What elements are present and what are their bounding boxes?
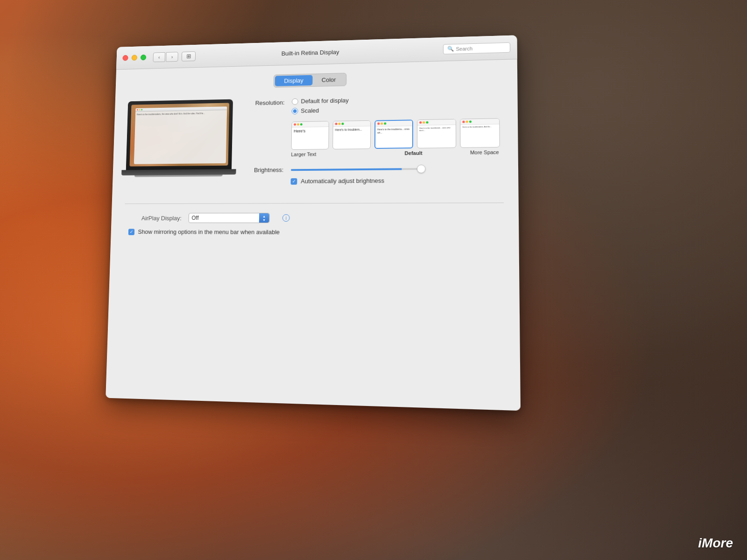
search-icon: 🔍 (447, 46, 454, 52)
resolution-options: Default for display Scaled (292, 97, 349, 114)
search-placeholder: Search (456, 46, 472, 52)
scale-label-larger: Larger Text (291, 151, 316, 157)
scale-thumb-larger-text[interactable]: Here's (291, 121, 329, 150)
thumb-content-more: Here's to the troublemakers. And the... (460, 124, 499, 130)
resolution-section: Resolution: Default for display Scaled (245, 94, 503, 158)
brightness-row: Brightness: (245, 164, 504, 174)
laptop-screen-window: Here's to the troublemakers, the ones wh… (134, 106, 227, 164)
resolution-label: Resolution: (246, 98, 284, 106)
scale-thumb-medium2[interactable]: Here's to the troublemak... ones who don… (417, 119, 456, 148)
mini-min-dot (139, 109, 141, 111)
brightness-slider[interactable] (291, 168, 422, 170)
radio-default-circle[interactable] (292, 98, 298, 105)
resolution-row: Resolution: Default for display Scaled (246, 94, 503, 115)
content-area: Display Color (106, 59, 521, 411)
divider (125, 203, 504, 204)
display-preferences-window: ‹ › ⊞ Built-in Retina Display 🔍 Search (106, 35, 521, 411)
thumb-content-med2: Here's to the troublemak... ones who don… (417, 125, 456, 133)
scale-label-default: Default (405, 150, 423, 156)
tab-display[interactable]: Display (275, 75, 313, 86)
dropdown-arrow-icon (259, 213, 269, 223)
radio-default-for-display[interactable]: Default for display (292, 97, 349, 105)
scale-thumb-medium1[interactable]: Here's to troublem... (332, 120, 371, 149)
laptop-body: Here's to the troublemakers, the ones wh… (126, 99, 233, 170)
thumb-dot-max (300, 123, 303, 126)
grid-view-button[interactable]: ⊞ (182, 51, 196, 62)
scale-label-more: More Space (470, 149, 499, 155)
laptop-base (121, 169, 236, 175)
auto-brightness-label: Automatically adjust brightness (301, 177, 384, 185)
thumb-content-default: Here's to the troublema... ones wh... (375, 126, 412, 135)
thumb-content-larger: Here's (292, 127, 329, 135)
thumb-dot-min (297, 123, 299, 126)
window-wrapper: ‹ › ⊞ Built-in Retina Display 🔍 Search (106, 35, 521, 411)
tab-color[interactable]: Color (312, 74, 345, 85)
window-title: Built-in Retina Display (282, 49, 339, 57)
brightness-section: Brightness: ✓ Automatically adjust brigh… (245, 164, 503, 185)
auto-brightness-checkbox[interactable]: ✓ (291, 178, 297, 184)
mini-max-dot (141, 109, 142, 111)
back-button[interactable]: ‹ (153, 52, 165, 62)
tab-bar: Display Color (128, 69, 503, 91)
info-icon[interactable]: i (282, 214, 290, 222)
scale-thumb-more[interactable]: Here's to the troublemakers. And the... (460, 118, 500, 148)
mirror-label: Show mirroring options in the menu bar w… (138, 228, 280, 235)
imore-watermark: iMore (698, 536, 733, 551)
scale-thumb-larger[interactable]: Here's (291, 121, 329, 150)
scale-labels: Larger Text Default More Space (291, 149, 499, 157)
forward-button[interactable]: › (166, 52, 178, 62)
laptop-screen: Here's to the troublemakers, the ones wh… (129, 103, 229, 166)
airplay-value: Off (191, 215, 198, 221)
mini-close-dot (137, 109, 138, 111)
minimize-button[interactable] (132, 55, 137, 60)
search-field[interactable]: 🔍 Search (443, 42, 510, 54)
scale-thumb-def[interactable]: Here's to the troublema... ones wh... (374, 119, 413, 149)
radio-scaled-circle[interactable] (292, 108, 298, 114)
airplay-dropdown[interactable]: Off (189, 213, 270, 223)
scale-options: Here's (291, 118, 503, 150)
airplay-row: AirPlay Display: Off i (124, 213, 504, 224)
laptop-preview: Here's to the troublemakers, the ones wh… (126, 99, 233, 175)
scale-options-wrapper: Here's (245, 118, 503, 158)
maximize-button[interactable] (141, 55, 146, 60)
close-button[interactable] (122, 55, 128, 61)
mirror-checkbox[interactable]: ✓ (128, 229, 134, 235)
traffic-lights (122, 55, 146, 61)
nav-buttons: ‹ › (153, 52, 178, 62)
scale-thumb-default[interactable]: Here's to the troublema... ones wh... (374, 119, 413, 149)
scale-thumb-more-space[interactable]: Here's to the troublemakers. And the... (460, 118, 500, 148)
radio-default-label: Default for display (301, 97, 348, 105)
tab-group: Display Color (274, 73, 346, 88)
radio-scaled-label: Scaled (301, 107, 319, 114)
scale-thumb-med2[interactable]: Here's to the troublemak... ones who don… (417, 119, 456, 148)
mirror-row: ✓ Show mirroring options in the menu bar… (128, 228, 504, 236)
airplay-label: AirPlay Display: (124, 215, 182, 222)
auto-brightness-row: ✓ Automatically adjust brightness (291, 176, 504, 185)
radio-scaled[interactable]: Scaled (292, 106, 349, 114)
main-layout: Here's to the troublemakers, the ones wh… (125, 94, 504, 195)
settings-panel: Resolution: Default for display Scaled (245, 94, 504, 194)
brightness-label: Brightness: (245, 167, 284, 174)
laptop-screen-content: Here's to the troublemakers, the ones wh… (135, 110, 227, 118)
scale-thumb-med1[interactable]: Here's to troublem... (332, 120, 371, 149)
thumb-content-med1: Here's to troublem... (333, 126, 370, 133)
thumb-dot-close (294, 123, 296, 126)
grid-icon: ⊞ (186, 53, 191, 59)
